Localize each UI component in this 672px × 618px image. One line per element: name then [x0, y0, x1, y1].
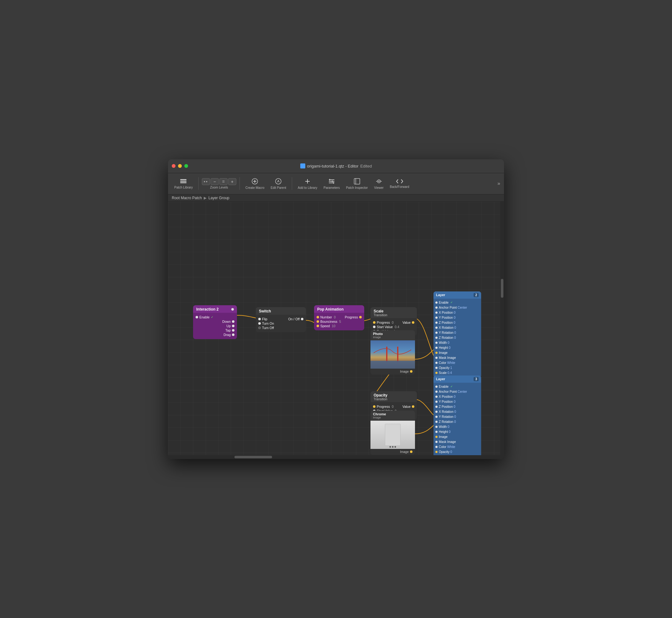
pop-animation-body: Number 0 Progress Bounciness 5 Speed 10 — [314, 313, 364, 330]
back-forward-button[interactable]: Back/Forward — [387, 178, 412, 190]
forward-icon — [400, 179, 404, 184]
l3-xrot: X Rotation 0 — [435, 410, 479, 414]
switch-body: Flip On / Off Turn On Turn Off — [256, 315, 306, 332]
l2-maskimage: Mask Image — [435, 356, 479, 360]
chrome-port-row: Image — [371, 449, 415, 455]
add-to-library-icon — [304, 178, 311, 185]
pop-speed-row: Speed 10 — [316, 324, 362, 328]
svg-rect-10 — [329, 181, 334, 182]
toolbar-separator-3 — [292, 177, 292, 190]
switch-turnon-row: Turn On — [258, 322, 303, 325]
pop-animation-header: Pop Animation — [314, 305, 364, 313]
l3-enable: Enable ✓ — [435, 385, 479, 389]
photo-port-row: Image — [371, 369, 415, 375]
l2-scale: Scale 0.4 — [435, 371, 479, 375]
l3-maskimage: Mask Image — [435, 440, 479, 444]
photo-header: Photo Image — [371, 330, 415, 340]
scrollbar-vertical[interactable] — [500, 202, 504, 459]
l2-height: Height 0 — [435, 346, 479, 350]
switch-header: Switch — [256, 307, 306, 315]
back-icon — [396, 179, 399, 184]
minimize-button[interactable] — [178, 164, 182, 168]
edit-parent-button[interactable]: Edit Parent — [268, 177, 289, 191]
l3-color: Color White — [435, 445, 479, 449]
l3-image: Image — [435, 435, 479, 439]
l3-anchor: Anchor Point Center — [435, 390, 479, 394]
layer3-header: Layer 3 — [433, 376, 481, 383]
svg-point-6 — [275, 179, 281, 184]
layer3-panel[interactable]: Layer 3 Enable ✓ Anchor Point Center X P… — [433, 376, 481, 459]
l3-height: Height 0 — [435, 430, 479, 434]
chrome-phone-inner — [385, 424, 401, 446]
patch-inspector-button[interactable]: Patch Inspector — [344, 177, 370, 191]
l3-opacity: Opacity 0 — [435, 450, 479, 454]
patch-library-icon — [179, 178, 187, 185]
toolbar-expand[interactable]: » — [498, 181, 500, 186]
svg-rect-13 — [332, 180, 332, 182]
chrome-preview — [371, 421, 415, 449]
canvas-area[interactable]: Interaction 2 Enable ✓ Down Up — [168, 202, 504, 459]
l2-xpos: X Position 0 — [435, 311, 479, 315]
scrollbar-thumb-v[interactable] — [501, 279, 503, 298]
l2-opacity: Opacity 1 — [435, 366, 479, 370]
create-macro-icon — [251, 178, 258, 185]
svg-rect-15 — [354, 179, 360, 184]
switch-turnoff-row: Turn Off — [258, 326, 303, 330]
patch-library-button[interactable]: Patch Library — [172, 177, 195, 190]
port-up: Up — [195, 324, 235, 328]
layer3-body: Enable ✓ Anchor Point Center X Position … — [433, 383, 481, 459]
l3-width: Width 0 — [435, 425, 479, 429]
svg-rect-0 — [180, 179, 186, 180]
document-icon — [300, 164, 305, 169]
parameters-button[interactable]: Parameters — [321, 177, 342, 191]
svg-rect-1 — [180, 181, 186, 182]
breadcrumb-separator: ▶ — [204, 196, 207, 200]
zoom-dots-button[interactable]: •• — [202, 178, 210, 185]
photo-patch[interactable]: Photo Image Image — [371, 330, 415, 375]
interaction2-patch[interactable]: Interaction 2 Enable ✓ Down Up — [193, 305, 237, 339]
l2-ypos: Y Position 0 — [435, 316, 479, 320]
l2-width: Width 0 — [435, 341, 479, 345]
create-macro-button[interactable]: Create Macro — [243, 177, 267, 191]
scrollbar-thumb-h[interactable] — [235, 456, 272, 458]
l3-yrot: Y Rotation 0 — [435, 415, 479, 419]
svg-rect-2 — [180, 182, 186, 183]
photo-preview — [371, 340, 415, 369]
zoom-in-button[interactable]: + — [228, 178, 236, 185]
zoom-controls: •• − = + Zoom Levels — [202, 178, 236, 189]
zoom-out-button[interactable]: − — [211, 178, 219, 185]
scale-progress-row: Progress 0 Value — [373, 321, 414, 324]
add-to-library-button[interactable]: Add to Library — [295, 177, 320, 191]
interaction2-header: Interaction 2 — [193, 305, 237, 313]
l2-anchor: Anchor Point Center — [435, 306, 479, 310]
parameters-icon — [328, 178, 335, 185]
l2-zpos: Z Position 0 — [435, 321, 479, 325]
l3-xpos: X Position 0 — [435, 395, 479, 399]
svg-rect-12 — [329, 179, 330, 181]
chrome-dots — [390, 446, 396, 448]
window-title: origami-tutorial-1.qtz - Editor Edited — [300, 164, 372, 169]
viewer-button[interactable]: Viewer — [371, 177, 386, 191]
l2-zrot: Z Rotation 0 — [435, 336, 479, 340]
l3-ypos: Y Position 0 — [435, 400, 479, 404]
opacity-header: Opacity Transition — [371, 391, 417, 402]
layer2-header: Layer 2 — [433, 291, 481, 299]
scale-header: Scale Transition — [371, 307, 417, 318]
maximize-button[interactable] — [184, 164, 188, 168]
patch-inspector-icon — [354, 178, 361, 185]
viewer-icon — [376, 178, 382, 185]
layer2-panel[interactable]: Layer 2 Enable ✓ Anchor Point Center X P… — [433, 291, 481, 378]
zoom-equals-button[interactable]: = — [220, 178, 228, 185]
chrome-header: Chrome Image — [371, 411, 415, 421]
pop-animation-patch[interactable]: Pop Animation Number 0 Progress Bouncine… — [314, 305, 364, 330]
svg-point-18 — [378, 181, 380, 182]
scrollbar-horizontal[interactable] — [168, 455, 500, 459]
switch-patch[interactable]: Switch Flip On / Off Turn On Tu — [256, 307, 306, 332]
opacity-progress-row: Progress 0 Value — [373, 405, 414, 408]
close-button[interactable] — [172, 164, 175, 168]
edit-parent-icon — [275, 178, 282, 185]
port-down: Down — [195, 320, 235, 323]
breadcrumb: Root Macro Patch ▶ Layer Group — [168, 195, 504, 202]
chrome-patch[interactable]: Chrome Image Image — [371, 411, 415, 455]
switch-flip-row: Flip On / Off — [258, 317, 303, 321]
